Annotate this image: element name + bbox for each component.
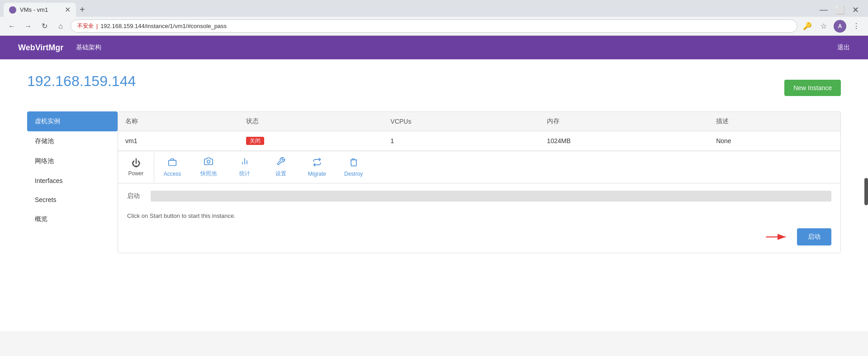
- browser-action-btns: 🔑 ☆ A ⋮: [801, 20, 863, 33]
- nav-infra[interactable]: 基础架构: [76, 43, 101, 52]
- main-content: 名称 状态 VCPUs 内存 描述 vm1 关闭 1 1024MB: [118, 111, 841, 253]
- brand-name: WebVirtMgr: [18, 43, 63, 53]
- svg-rect-0: [169, 160, 176, 165]
- star-icon[interactable]: ☆: [817, 20, 830, 33]
- cell-name: vm1: [118, 131, 239, 151]
- access-label: Access: [164, 171, 181, 177]
- action-migrate[interactable]: Migrate: [299, 152, 335, 183]
- settings-icon: [276, 157, 285, 168]
- tab-title: VMs - vm1: [20, 6, 48, 13]
- col-name: 名称: [118, 112, 239, 131]
- power-label-row: 启动: [127, 191, 831, 202]
- sidebar-item-storage-pool[interactable]: 存储池: [27, 131, 118, 151]
- sidebar-item-interfaces[interactable]: Interfaces: [27, 171, 118, 190]
- app-body: 192.168.159.144 New Instance 虚机实例 存储池 网络…: [0, 59, 868, 331]
- minimize-btn[interactable]: —: [820, 5, 828, 15]
- sidebar: 虚机实例 存储池 网络池 Interfaces Secrets 概览: [27, 111, 118, 253]
- power-bar: [151, 191, 831, 202]
- instance-table: 名称 状态 VCPUs 内存 描述 vm1 关闭 1 1024MB: [118, 112, 840, 151]
- logout-btn[interactable]: 退出: [837, 43, 850, 52]
- action-settings[interactable]: 设置: [263, 151, 299, 183]
- destroy-icon: [349, 158, 358, 169]
- back-btn[interactable]: ←: [5, 20, 18, 33]
- stats-icon: [240, 157, 249, 168]
- refresh-btn[interactable]: ↻: [38, 20, 51, 33]
- stats-label: 统计: [239, 170, 250, 178]
- power-icon: ⏻: [132, 158, 141, 168]
- action-toolbar: ⏻ Power Access: [118, 151, 840, 183]
- browser-tabs: VMs - vm1 ✕ + — ⬜ ✕: [0, 0, 868, 17]
- top-bar: 192.168.159.144 New Instance: [27, 73, 841, 102]
- app-header: WebVirtMgr 基础架构 退出: [0, 36, 868, 59]
- new-tab-button[interactable]: +: [76, 5, 89, 15]
- active-tab[interactable]: VMs - vm1 ✕: [4, 3, 76, 17]
- forward-btn[interactable]: →: [22, 20, 34, 33]
- migrate-icon: [313, 158, 322, 169]
- migrate-label: Migrate: [308, 171, 326, 177]
- sidebar-item-vm-instance[interactable]: 虚机实例: [27, 111, 118, 131]
- col-status: 状态: [239, 112, 384, 131]
- window-controls: — ⬜ ✕: [820, 5, 864, 15]
- new-instance-button[interactable]: New Instance: [784, 80, 841, 96]
- tab-favicon: [9, 6, 16, 14]
- address-bar[interactable]: 不安全 | 192.168.159.144/instance/1/vm1/#co…: [71, 19, 797, 33]
- power-section-label: 启动: [127, 192, 145, 200]
- access-icon: [168, 158, 177, 169]
- red-arrow-indicator: [763, 230, 790, 244]
- cell-memory: 1024MB: [540, 131, 709, 151]
- start-message: Click on Start button to start this inst…: [127, 207, 831, 225]
- status-badge: 关闭: [246, 137, 264, 145]
- key-icon[interactable]: 🔑: [801, 20, 814, 33]
- close-btn[interactable]: ✕: [852, 5, 859, 15]
- destroy-label: Destroy: [344, 171, 363, 177]
- separator: |: [96, 23, 98, 29]
- sidebar-item-overview[interactable]: 概览: [27, 209, 118, 229]
- snapshot-icon: [204, 157, 213, 168]
- action-destroy[interactable]: Destroy: [335, 152, 372, 183]
- sidebar-item-secrets[interactable]: Secrets: [27, 190, 118, 209]
- col-memory: 内存: [540, 112, 709, 131]
- snapshot-label: 快照池: [200, 170, 217, 178]
- profile-btn[interactable]: A: [834, 20, 846, 33]
- table-row[interactable]: vm1 关闭 1 1024MB None: [118, 131, 840, 151]
- menu-btn[interactable]: ⋮: [850, 20, 863, 33]
- settings-label: 设置: [275, 170, 286, 178]
- home-btn[interactable]: ⌂: [54, 20, 67, 33]
- action-snapshot[interactable]: 快照池: [190, 151, 227, 183]
- security-warning: 不安全: [77, 22, 94, 30]
- start-button[interactable]: 启动: [797, 228, 831, 245]
- page-title: 192.168.159.144: [27, 73, 136, 90]
- svg-point-1: [207, 160, 210, 164]
- content-area: 虚机实例 存储池 网络池 Interfaces Secrets 概览: [27, 111, 841, 253]
- scrollbar[interactable]: [864, 178, 868, 205]
- col-vcpus: VCPUs: [383, 112, 540, 131]
- tab-close-btn[interactable]: ✕: [65, 5, 71, 14]
- action-power[interactable]: ⏻ Power: [118, 153, 154, 182]
- cell-status: 关闭: [239, 131, 384, 151]
- maximize-btn[interactable]: ⬜: [835, 5, 845, 15]
- cell-vcpus: 1: [383, 131, 540, 151]
- power-label: Power: [128, 170, 143, 177]
- cell-description: None: [709, 131, 840, 151]
- power-section: 启动 Click on Start button to start this i…: [118, 183, 840, 253]
- sidebar-item-network-pool[interactable]: 网络池: [27, 151, 118, 171]
- start-btn-row: 启动: [127, 228, 831, 245]
- col-description: 描述: [709, 112, 840, 131]
- browser-chrome: VMs - vm1 ✕ + — ⬜ ✕ ← → ↻ ⌂ 不安全 | 192.16…: [0, 0, 868, 36]
- action-stats[interactable]: 统计: [227, 151, 263, 183]
- action-access[interactable]: Access: [154, 152, 190, 183]
- address-bar-row: ← → ↻ ⌂ 不安全 | 192.168.159.144/instance/1…: [0, 17, 868, 35]
- url-text: 192.168.159.144/instance/1/vm1/#console_…: [100, 23, 227, 29]
